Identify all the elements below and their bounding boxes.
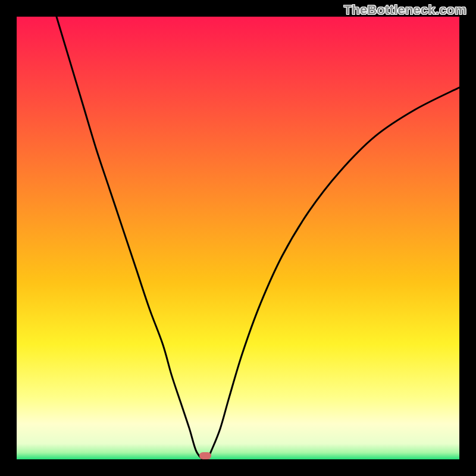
watermark-text: TheBottleneck.com xyxy=(344,2,466,18)
plot-area xyxy=(17,17,459,459)
gradient-background xyxy=(17,17,459,459)
chart-svg xyxy=(17,17,459,459)
optimal-point-marker xyxy=(199,452,211,459)
chart-frame: TheBottleneck.com xyxy=(0,0,476,476)
